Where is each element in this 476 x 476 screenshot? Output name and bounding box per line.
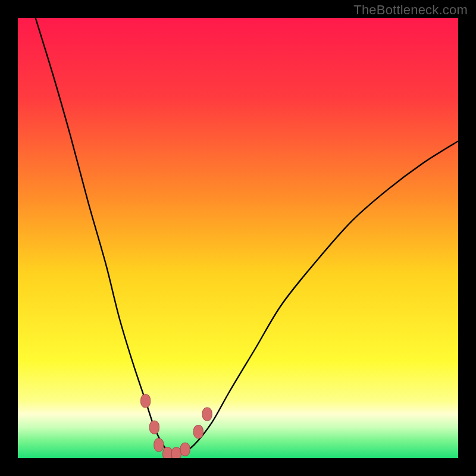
marker-dot xyxy=(163,447,173,458)
marker-dot xyxy=(149,421,159,434)
bottleneck-chart xyxy=(18,18,458,458)
marker-dot xyxy=(171,447,181,458)
marker-dot xyxy=(154,439,164,452)
marker-dot xyxy=(141,394,151,408)
chart-frame: TheBottleneck.com xyxy=(0,0,476,476)
gradient-background xyxy=(18,18,458,458)
watermark-text: TheBottleneck.com xyxy=(353,2,468,18)
marker-dot xyxy=(193,425,203,439)
marker-dot xyxy=(180,443,190,456)
plot-area xyxy=(18,18,458,458)
marker-dot xyxy=(202,408,212,421)
